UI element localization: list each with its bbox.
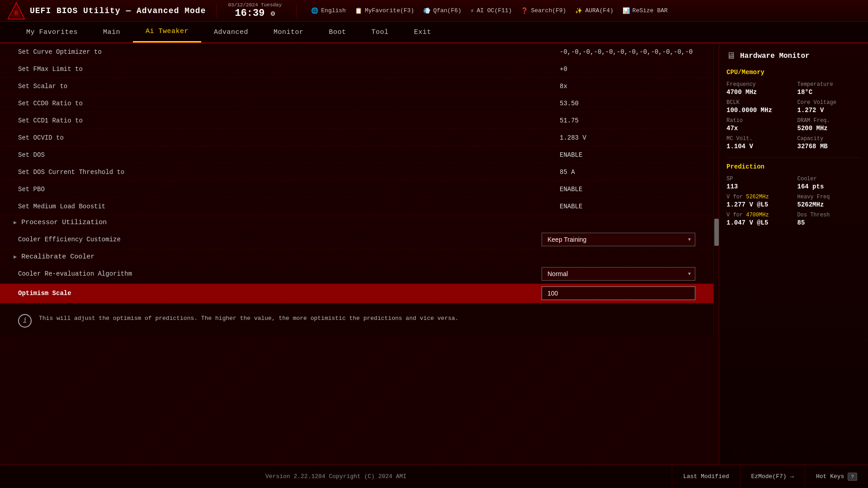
optimism-label: Optimism Scale xyxy=(18,290,542,297)
curve-optimizer-value: -0,-0,-0,-0,-0,-0,-0,-0,-0,-0,-0,-0 xyxy=(560,48,695,56)
setting-row-ccd1[interactable]: Set CCD1 Ratio to 51.75 xyxy=(0,112,713,129)
fmax-value: +0 xyxy=(560,66,695,73)
footer-version: Version 2.22.1284 Copyright (C) 2024 AMI xyxy=(0,473,672,480)
cooler-algo-select[interactable]: Normal Aggressive Conservative xyxy=(542,267,695,281)
capacity-item: Capacity 32768 MB xyxy=(797,136,861,150)
setting-row-fmax[interactable]: Set FMax Limit to +0 xyxy=(0,61,713,78)
pbo-value: ENABLE xyxy=(560,186,695,193)
core-voltage-label: Core Voltage xyxy=(797,99,861,106)
ratio-label: Ratio xyxy=(726,117,790,124)
core-voltage-value: 1.272 V xyxy=(797,107,861,114)
info-icon: i xyxy=(18,314,32,328)
hotkeys-label: Hot Keys xyxy=(816,473,844,480)
nav-monitor[interactable]: Monitor xyxy=(261,22,316,42)
dos-current-value: 85 A xyxy=(560,169,695,176)
setting-row-cooler-algo[interactable]: Cooler Re-evaluation Algorithm Normal Ag… xyxy=(0,264,713,284)
dos-thresh-item: Dos Thresh 85 xyxy=(797,212,861,226)
rog-logo-icon: R xyxy=(7,2,25,20)
heavy-freq-label: Heavy Freq xyxy=(797,194,861,200)
ezmode-button[interactable]: EzMode(F7) → xyxy=(740,465,805,488)
setting-row-curve-optimizer[interactable]: Set Curve Optimizer to -0,-0,-0,-0,-0,-0… xyxy=(0,43,713,61)
heavy-freq-item: Heavy Freq 5262MHz xyxy=(797,194,861,208)
nav-advanced[interactable]: Advanced xyxy=(201,22,261,42)
info-box: i This will adjust the optimism of predi… xyxy=(0,307,713,335)
temperature-label: Temperature xyxy=(797,81,861,88)
ratio-value: 47x xyxy=(726,125,790,132)
setting-row-dos-current[interactable]: Set DOS Current Threshold to 85 A xyxy=(0,164,713,181)
setting-row-dos[interactable]: Set DOS ENABLE xyxy=(0,146,713,164)
prediction-grid: SP 113 Cooler 164 pts V for 5262MHz 1.27… xyxy=(726,176,861,226)
dos-label: Set DOS xyxy=(18,151,560,159)
setting-row-pbo[interactable]: Set PBO ENABLE xyxy=(0,181,713,198)
setting-row-medium-load[interactable]: Set Medium Load Boostit ENABLE xyxy=(0,198,713,215)
setting-row-ocvid[interactable]: Set OCVID to 1.283 V xyxy=(0,129,713,146)
cooler-pts-item: Cooler 164 pts xyxy=(797,176,861,190)
dram-freq-item: DRAM Freq. 5200 MHz xyxy=(797,117,861,132)
bclk-item: BCLK 100.0000 MHz xyxy=(726,99,790,114)
setting-row-ccd0[interactable]: Set CCD0 Ratio to 53.50 xyxy=(0,95,713,112)
header-divider xyxy=(217,4,217,18)
curve-optimizer-label: Set Curve Optimizer to xyxy=(18,48,560,56)
fmax-label: Set FMax Limit to xyxy=(18,66,560,73)
last-modified-label: Last Modified xyxy=(683,473,729,480)
section-recalibrate-cooler[interactable]: ▶ Recalibrate Cooler xyxy=(0,249,713,264)
cooler-pts-label: Cooler xyxy=(797,176,861,182)
header-divider-2 xyxy=(296,4,297,18)
medium-load-label: Set Medium Load Boostit xyxy=(18,203,560,210)
nav-ai-tweaker[interactable]: Ai Tweaker xyxy=(133,22,201,42)
ratio-item: Ratio 47x xyxy=(726,117,790,132)
dos-current-label: Set DOS Current Threshold to xyxy=(18,169,560,176)
v-5262-label: V for 5262MHz xyxy=(726,194,790,200)
pbo-label: Set PBO xyxy=(18,186,560,193)
footer: Version 2.22.1284 Copyright (C) 2024 AMI… xyxy=(0,465,868,488)
nav-boot[interactable]: Boot xyxy=(316,22,359,42)
navbar: My Favorites Main Ai Tweaker Advanced Mo… xyxy=(0,22,868,43)
language-icon: 🌐 xyxy=(311,7,318,14)
header: R UEFI BIOS Utility — Advanced Mode 03/1… xyxy=(0,0,868,22)
header-logo: R UEFI BIOS Utility — Advanced Mode xyxy=(7,2,206,20)
nav-exit[interactable]: Exit xyxy=(401,22,444,42)
scrollbar-thumb[interactable] xyxy=(714,219,719,246)
search-tool[interactable]: ❓ Search(F9) xyxy=(521,7,566,14)
recalibrate-arrow-icon: ▶ xyxy=(14,253,17,260)
main-layout: Set Curve Optimizer to -0,-0,-0,-0,-0,-0… xyxy=(0,43,868,465)
nav-main[interactable]: Main xyxy=(90,22,133,42)
nav-my-favorites[interactable]: My Favorites xyxy=(14,22,90,42)
aioc-tool[interactable]: ⚡ AI OC(F11) xyxy=(471,7,512,14)
section-processor-utilization[interactable]: ▶ Processor Utilization xyxy=(0,215,713,230)
ocvid-label: Set OCVID to xyxy=(18,134,560,141)
ezmode-label: EzMode(F7) xyxy=(751,473,787,480)
language-tool[interactable]: 🌐 English xyxy=(311,7,346,14)
hotkeys-button[interactable]: Hot Keys ? xyxy=(805,465,868,488)
mc-volt-label: MC Volt. xyxy=(726,136,790,142)
cpu-memory-grid: Frequency 4700 MHz Temperature 18°C BCLK… xyxy=(726,81,861,150)
recalibrate-section-label: Recalibrate Cooler xyxy=(21,253,94,261)
dram-freq-label: DRAM Freq. xyxy=(797,117,861,124)
setting-row-optimism-scale[interactable]: Optimism Scale xyxy=(0,284,713,303)
aura-tool[interactable]: ✨ AURA(F4) xyxy=(575,7,613,14)
info-text: This will adjust the optimism of predict… xyxy=(39,314,458,323)
settings-icon[interactable]: ⚙ xyxy=(271,10,275,18)
dos-thresh-label: Dos Thresh xyxy=(797,212,861,218)
aioc-icon: ⚡ xyxy=(471,7,474,14)
resizebar-tool[interactable]: 📊 ReSize BAR xyxy=(623,7,668,14)
setting-row-cooler-efficiency[interactable]: Cooler Efficiency Customize Keep Trainin… xyxy=(0,230,713,249)
heavy-freq-value: 5262MHz xyxy=(797,201,861,208)
qfan-tool[interactable]: 💨 Qfan(F6) xyxy=(423,7,461,14)
ezmode-arrow-icon: → xyxy=(790,473,794,480)
cooler-efficiency-select[interactable]: Keep Training Optimize Now Disabled xyxy=(542,233,695,246)
nav-tool[interactable]: Tool xyxy=(359,22,401,42)
myfavorite-tool[interactable]: 📋 MyFavorite(F3) xyxy=(355,7,414,14)
monitor-icon: 🖥 xyxy=(726,51,736,61)
prediction-section: Prediction SP 113 Cooler 164 pts V for 5… xyxy=(726,163,861,226)
v-4700-value: 1.047 V @L5 xyxy=(726,219,790,226)
cooler-algo-label: Cooler Re-evaluation Algorithm xyxy=(18,270,542,277)
optimism-input[interactable] xyxy=(542,286,695,300)
setting-row-scalar[interactable]: Set Scalar to 8x xyxy=(0,78,713,95)
search-tool-icon: ❓ xyxy=(521,7,528,14)
cooler-algo-dropdown-wrapper: Normal Aggressive Conservative xyxy=(542,267,695,281)
v-4700-item: V for 4700MHz 1.047 V @L5 xyxy=(726,212,790,226)
cpu-memory-section-title: CPU/Memory xyxy=(726,69,861,76)
last-modified-button[interactable]: Last Modified xyxy=(672,465,740,488)
scrollbar-track[interactable] xyxy=(713,43,719,335)
